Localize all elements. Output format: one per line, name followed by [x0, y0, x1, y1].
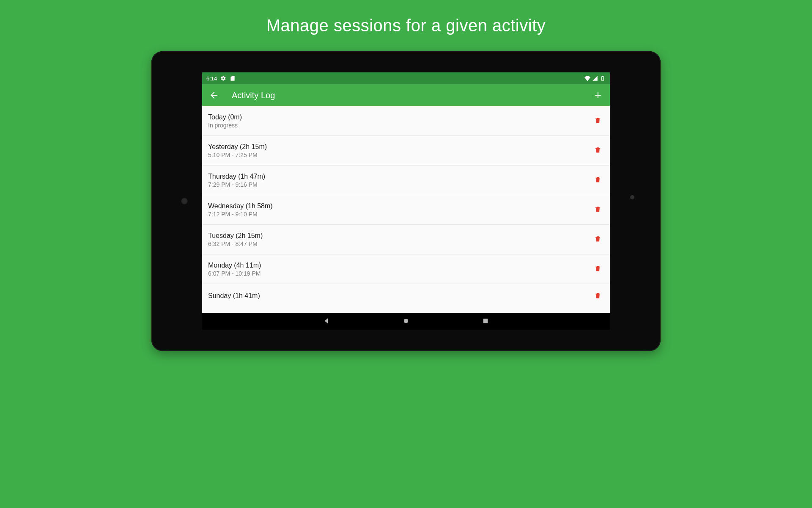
nav-home-icon: [402, 317, 410, 325]
trash-icon: [594, 116, 601, 126]
arrow-left-icon: [209, 90, 219, 100]
session-subtitle: 7:12 PM - 9:10 PM: [208, 211, 592, 218]
trash-icon: [594, 235, 601, 244]
delete-session-button[interactable]: [592, 290, 603, 301]
svg-rect-1: [483, 318, 488, 323]
gear-icon: [220, 75, 226, 81]
delete-session-button[interactable]: [592, 204, 603, 215]
trash-icon: [594, 175, 601, 185]
side-indicator: [630, 195, 634, 199]
status-bar: 6:14: [202, 72, 610, 84]
camera-dot: [181, 198, 188, 204]
nav-recents-icon: [482, 317, 489, 325]
session-subtitle: In progress: [208, 122, 592, 129]
signal-icon: [592, 75, 598, 81]
sdcard-icon: [230, 75, 236, 81]
promo-title: Manage sessions for a given activity: [266, 16, 546, 35]
app-bar: Activity Log +: [202, 84, 610, 106]
session-subtitle: 7:29 PM - 9:16 PM: [208, 181, 592, 188]
session-subtitle: 6:07 PM - 10:19 PM: [208, 270, 592, 277]
wifi-icon: [584, 75, 590, 81]
delete-session-button[interactable]: [592, 145, 603, 156]
trash-icon: [594, 205, 601, 215]
session-list[interactable]: Today (0m)In progressYesterday (2h 15m)5…: [202, 106, 610, 313]
session-row[interactable]: Tuesday (2h 15m)6:32 PM - 8:47 PM: [202, 225, 610, 254]
delete-session-button[interactable]: [592, 175, 603, 186]
session-subtitle: 6:32 PM - 8:47 PM: [208, 240, 592, 247]
appbar-title: Activity Log: [232, 91, 580, 100]
trash-icon: [594, 291, 601, 301]
trash-icon: [594, 264, 601, 274]
session-row[interactable]: Sunday (1h 41m): [202, 284, 610, 303]
delete-session-button[interactable]: [592, 234, 603, 245]
status-time: 6:14: [206, 75, 217, 82]
session-row[interactable]: Wednesday (1h 58m)7:12 PM - 9:10 PM: [202, 195, 610, 225]
session-title: Today (0m): [208, 113, 592, 121]
session-row[interactable]: Yesterday (2h 15m)5:10 PM - 7:25 PM: [202, 136, 610, 166]
session-title: Sunday (1h 41m): [208, 292, 592, 300]
device-screen: 6:14: [202, 72, 610, 330]
session-title: Monday (4h 11m): [208, 262, 592, 269]
nav-home-button[interactable]: [402, 317, 410, 326]
session-title: Tuesday (2h 15m): [208, 232, 592, 240]
session-title: Thursday (1h 47m): [208, 173, 592, 180]
tablet-frame: 6:14: [151, 51, 661, 351]
plus-icon: +: [595, 89, 601, 101]
back-button[interactable]: [208, 89, 220, 101]
session-title: Yesterday (2h 15m): [208, 143, 592, 151]
session-subtitle: 5:10 PM - 7:25 PM: [208, 152, 592, 158]
nav-back-button[interactable]: [323, 317, 330, 326]
trash-icon: [594, 146, 601, 155]
delete-session-button[interactable]: [592, 116, 603, 127]
nav-recents-button[interactable]: [482, 317, 489, 326]
add-session-button[interactable]: +: [592, 89, 604, 101]
delete-session-button[interactable]: [592, 264, 603, 275]
session-row[interactable]: Today (0m)In progress: [202, 106, 610, 136]
nav-back-icon: [323, 317, 330, 325]
session-row[interactable]: Thursday (1h 47m)7:29 PM - 9:16 PM: [202, 166, 610, 195]
android-nav-bar: [202, 313, 610, 330]
session-title: Wednesday (1h 58m): [208, 202, 592, 210]
session-row[interactable]: Monday (4h 11m)6:07 PM - 10:19 PM: [202, 254, 610, 284]
battery-icon: [600, 75, 606, 81]
svg-point-0: [404, 318, 409, 323]
